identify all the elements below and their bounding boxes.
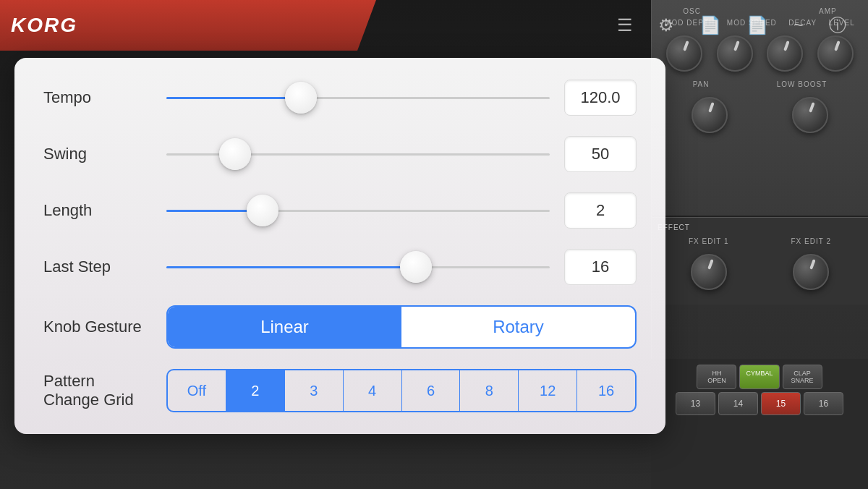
knob-gesture-label: Knob Gesture (43, 318, 152, 336)
tempo-track (166, 97, 550, 99)
swing-value[interactable]: 50 (564, 136, 637, 172)
list-icon[interactable]: ☰ (617, 15, 633, 35)
info-icon[interactable]: ⓘ (829, 14, 846, 37)
rotary-option[interactable]: Rotary (401, 307, 635, 347)
wave-icon[interactable]: ~ (793, 15, 804, 35)
drum-pad-row: HHOPEN CYMBAL CLAPSNARE (657, 365, 862, 389)
last-step-thumb[interactable] (400, 251, 432, 283)
grid-off[interactable]: Off (168, 370, 226, 411)
length-row: Length 2 (43, 192, 637, 229)
export-icon[interactable]: 📄 (746, 15, 768, 35)
effect-label: EFFECT (658, 224, 862, 231)
num-pad-15[interactable]: 15 (761, 392, 801, 415)
last-step-row: Last Step 16 (43, 249, 637, 285)
synth-panel: OSC AMP MOD DEPTH MOD SPEED DECAY LEVEL … (651, 0, 868, 489)
grid-12[interactable]: 12 (519, 370, 577, 411)
fx-edit1-label: FX EDIT 1 (689, 237, 729, 245)
pattern-change-grid-label: Pattern Change Grid (43, 372, 152, 409)
tempo-fill (166, 97, 301, 99)
fx-edit1-knob[interactable] (691, 254, 727, 290)
tempo-slider-container (166, 80, 550, 116)
last-step-value[interactable]: 16 (564, 249, 637, 285)
linear-option[interactable]: Linear (168, 307, 401, 347)
grid-2[interactable]: 2 (226, 370, 285, 411)
fx-edit2-knob[interactable] (793, 254, 829, 290)
swing-label: Swing (43, 145, 152, 163)
knob-gesture-toggle[interactable]: Linear Rotary (166, 305, 637, 349)
grid-options: Off 2 3 4 6 8 12 16 (166, 369, 637, 412)
low-boost-knob[interactable] (792, 97, 828, 133)
drum-pads-area: HHOPEN CYMBAL CLAPSNARE 13 14 15 16 (651, 359, 868, 489)
swing-thumb[interactable] (219, 138, 251, 170)
num-pad-16[interactable]: 16 (804, 392, 843, 415)
pan-boost-labels: PAN LOW BOOST (659, 80, 861, 88)
num-pad-13[interactable]: 13 (676, 392, 715, 415)
length-track (166, 210, 550, 212)
file-icon[interactable]: 📄 (699, 15, 721, 35)
swing-track (166, 153, 550, 156)
bottom-knob-row (659, 97, 861, 133)
tempo-thumb[interactable] (285, 82, 317, 114)
hh-open-pad[interactable]: HHOPEN (697, 365, 736, 389)
num-pad-14[interactable]: 14 (718, 392, 758, 415)
number-pad-row: 13 14 15 16 (657, 392, 862, 415)
cymbal-pad[interactable]: CYMBAL (739, 365, 779, 389)
pan-knob[interactable] (692, 97, 728, 133)
effect-area: EFFECT FX EDIT 1 FX EDIT 2 (652, 217, 868, 305)
length-slider-container (166, 192, 550, 229)
grid-16[interactable]: 16 (577, 370, 635, 411)
last-step-label: Last Step (43, 258, 152, 276)
tempo-row: Tempo 120.0 (43, 80, 637, 116)
pattern-change-grid-row: Pattern Change Grid Off 2 3 4 6 8 12 16 (43, 369, 637, 412)
tempo-value[interactable]: 120.0 (564, 80, 637, 116)
grid-6[interactable]: 6 (402, 370, 461, 411)
swing-row: Swing 50 (43, 136, 637, 172)
tempo-label: Tempo (43, 88, 152, 107)
knob-gesture-row: Knob Gesture Linear Rotary (43, 305, 637, 349)
low-boost-label: LOW BOOST (777, 80, 827, 88)
settings-panel: Tempo 120.0 Swing 50 Length 2 (14, 58, 665, 434)
fx-knob-row (658, 254, 862, 290)
toolbar: ☰ ⚙ 📄 📄 ~ ⓘ (0, 0, 868, 51)
length-thumb[interactable] (247, 195, 278, 226)
clap-snare-pad[interactable]: CLAPSNARE (783, 365, 822, 389)
grid-4[interactable]: 4 (344, 370, 402, 411)
fx-edit2-label: FX EDIT 2 (791, 237, 832, 245)
swing-slider-container (166, 136, 550, 172)
grid-8[interactable]: 8 (460, 370, 519, 411)
grid-3[interactable]: 3 (285, 370, 344, 411)
fx-labels: FX EDIT 1 FX EDIT 2 (658, 237, 862, 245)
length-value[interactable]: 2 (564, 192, 637, 229)
gear-icon[interactable]: ⚙ (658, 15, 674, 35)
length-label: Length (43, 201, 152, 220)
last-step-track (166, 266, 550, 268)
last-step-slider-container (166, 249, 550, 285)
pan-label: PAN (693, 80, 710, 88)
last-step-fill (166, 266, 416, 268)
